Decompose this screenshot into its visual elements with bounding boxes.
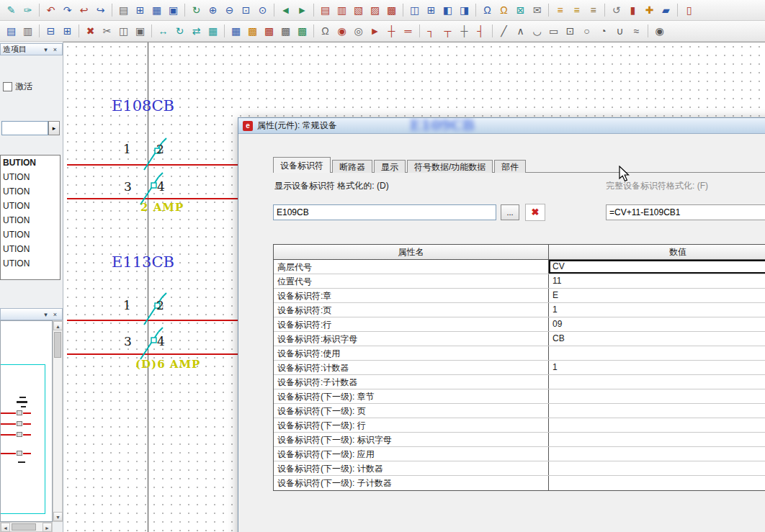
tree-item[interactable]: UTION xyxy=(1,199,60,213)
property-value-cell[interactable] xyxy=(549,433,765,446)
cross-connection-icon[interactable]: ┼ xyxy=(457,24,472,39)
move-icon[interactable]: ↔ xyxy=(156,24,171,39)
save-all-icon[interactable]: ⊞ xyxy=(60,24,75,39)
zoom-out-icon[interactable]: ⊖ xyxy=(222,3,237,18)
scroll-up-icon[interactable]: ▲ xyxy=(53,321,63,330)
property-value-cell[interactable] xyxy=(549,447,765,461)
window-left-icon[interactable]: ◧ xyxy=(440,3,455,18)
property-name-cell[interactable]: 设备标识符(下一级): 子计数器 xyxy=(274,476,549,490)
preview-viewport[interactable] xyxy=(0,320,53,522)
terminal-navigator-icon[interactable]: ▥ xyxy=(334,3,349,18)
table-row[interactable]: 设备标识符(下一级): 子计数器 xyxy=(274,476,765,490)
circle-tool-icon[interactable]: ○ xyxy=(579,24,594,39)
copy-icon[interactable]: ◫ xyxy=(116,24,131,39)
tab-circuit-breaker[interactable]: 断路器 xyxy=(332,160,372,173)
grid-d-icon[interactable]: ▩ xyxy=(295,24,310,39)
rotate-icon[interactable]: ↻ xyxy=(172,24,187,39)
plc-navigator-icon[interactable]: ▨ xyxy=(367,3,382,18)
preview-panel-header[interactable]: ▾ × xyxy=(0,308,63,320)
paste-icon[interactable]: ▣ xyxy=(133,24,148,39)
update-icon[interactable]: ↺ xyxy=(609,3,624,18)
zoom-entire-icon[interactable]: ⊙ xyxy=(255,3,270,18)
close-icon[interactable]: × xyxy=(50,310,60,319)
tree-item[interactable]: UTION xyxy=(1,256,60,271)
jump-connection-icon[interactable]: ┤ xyxy=(473,24,488,39)
window-tile-icon[interactable]: ⊞ xyxy=(424,3,439,18)
pin-icon[interactable]: ▾ xyxy=(41,310,50,319)
page-forward-icon[interactable]: ► xyxy=(295,3,310,18)
pin-label[interactable]: 3 xyxy=(124,179,132,194)
window-cascade-icon[interactable]: ◫ xyxy=(407,3,422,18)
table-row[interactable]: 位置代号 11 xyxy=(274,274,765,289)
interruption-point-icon[interactable]: ► xyxy=(367,24,382,39)
table-row[interactable]: 设备标识符(下一级): 标识字母 xyxy=(274,433,765,447)
dialog-titlebar[interactable]: e 属性(元件): 常规设备 E109CB xyxy=(238,118,765,134)
browse-button[interactable]: ... xyxy=(501,204,519,220)
pin-label[interactable]: 1 xyxy=(123,298,131,312)
window-right-icon[interactable]: ◨ xyxy=(457,3,472,18)
rating-label[interactable]: (D)6 AMP xyxy=(135,358,200,371)
property-value-cell[interactable]: CB xyxy=(549,332,765,346)
zoom-window-icon[interactable]: ⊡ xyxy=(238,3,254,18)
tab-parts[interactable]: 部件 xyxy=(494,160,526,173)
property-name-cell[interactable]: 位置代号 xyxy=(274,274,549,288)
table-row[interactable]: 设备标识符:标识字母 CB xyxy=(274,332,765,346)
undo-list-icon[interactable]: ↩ xyxy=(76,3,91,18)
polyline-tool-icon[interactable]: ∧ xyxy=(513,24,528,39)
property-value-cell[interactable] xyxy=(549,375,765,389)
property-name-cell[interactable]: 设备标识符:章 xyxy=(274,289,549,302)
pin-label[interactable]: 3 xyxy=(124,334,132,348)
property-value-cell[interactable] xyxy=(549,461,765,475)
undo-icon[interactable]: ↶ xyxy=(43,3,58,18)
tree-item[interactable]: UTION xyxy=(1,242,60,256)
tab-symbol-data[interactable]: 符号数据/功能数据 xyxy=(407,160,493,173)
table-row[interactable]: 设备标识符(下一级): 应用 xyxy=(274,447,765,461)
tree-item[interactable]: UTION xyxy=(1,184,60,199)
property-value-cell[interactable]: E xyxy=(549,289,765,302)
tee-connection-icon[interactable]: ┬ xyxy=(440,24,455,39)
statistics-icon[interactable]: ▰ xyxy=(658,3,674,18)
full-dt-field[interactable] xyxy=(606,204,765,220)
property-name-cell[interactable]: 设备标识符:标识字母 xyxy=(274,332,549,346)
property-name-cell[interactable]: 设备标识符(下一级): 应用 xyxy=(274,447,549,461)
mirror-icon[interactable]: ⇄ xyxy=(189,24,204,39)
scroll-right-icon[interactable]: ► xyxy=(42,523,52,532)
order-cart-icon[interactable]: ✚ xyxy=(642,3,657,18)
insert-terminal-icon[interactable]: ◎ xyxy=(351,24,366,39)
format-brush-icon[interactable]: ✑ xyxy=(20,3,35,18)
property-name-cell[interactable]: 设备标识符(下一级): 章节 xyxy=(274,389,549,403)
close-project-icon[interactable]: ▥ xyxy=(20,24,35,39)
spline-tool-icon[interactable]: ≈ xyxy=(629,24,644,39)
table-row[interactable]: 设备标识符:计数器 1 xyxy=(274,361,765,375)
sector-tool-icon[interactable]: ◔ xyxy=(596,24,611,39)
property-name-cell[interactable]: 设备标识符(下一级): 标识字母 xyxy=(274,433,549,446)
property-name-cell[interactable]: 设备标识符:使用 xyxy=(274,346,549,360)
table-row[interactable]: 设备标识符(下一级): 行 xyxy=(274,418,765,433)
grid-b-icon[interactable]: ▩ xyxy=(261,24,277,39)
calculator-icon[interactable]: ▣ xyxy=(166,3,181,18)
cable-navigator-icon[interactable]: ▧ xyxy=(351,3,366,18)
connection-navigator-icon[interactable]: ▩ xyxy=(384,3,399,18)
tree-item[interactable]: UTION xyxy=(1,170,60,184)
table-row[interactable]: 设备标识符:页 1 xyxy=(274,303,765,317)
property-name-cell[interactable]: 设备标识符:行 xyxy=(274,317,549,331)
parts-list-icon[interactable]: ▮ xyxy=(625,3,640,18)
filter-expand-button[interactable]: ▸ xyxy=(48,121,60,135)
property-value-cell[interactable] xyxy=(549,476,765,490)
style-pen-icon[interactable]: ✎ xyxy=(4,3,19,18)
macro-edit-icon[interactable]: Ω xyxy=(496,3,511,18)
tab-display[interactable]: 显示 xyxy=(374,160,406,173)
property-value-cell[interactable]: 1 xyxy=(549,361,765,374)
property-name-cell[interactable]: 设备标识符(下一级): 计数器 xyxy=(274,461,549,475)
project-filter-input[interactable] xyxy=(1,121,48,135)
property-name-cell[interactable]: 设备标识符(下一级): 行 xyxy=(274,418,549,432)
property-name-cell[interactable]: 设备标识符:页 xyxy=(274,303,549,317)
group-icon[interactable]: ▦ xyxy=(205,24,220,39)
cut-icon[interactable]: ✂ xyxy=(99,24,115,39)
rectangle-tool-icon[interactable]: ▭ xyxy=(546,24,561,39)
pin-label[interactable]: 1 xyxy=(123,142,131,156)
tab-device-tag[interactable]: 设备标识符 xyxy=(273,157,331,173)
property-value-cell[interactable] xyxy=(549,418,765,432)
tree-item[interactable]: UTION xyxy=(1,213,60,227)
table-row[interactable]: 设备标识符(下一级): 计数器 xyxy=(274,461,765,476)
